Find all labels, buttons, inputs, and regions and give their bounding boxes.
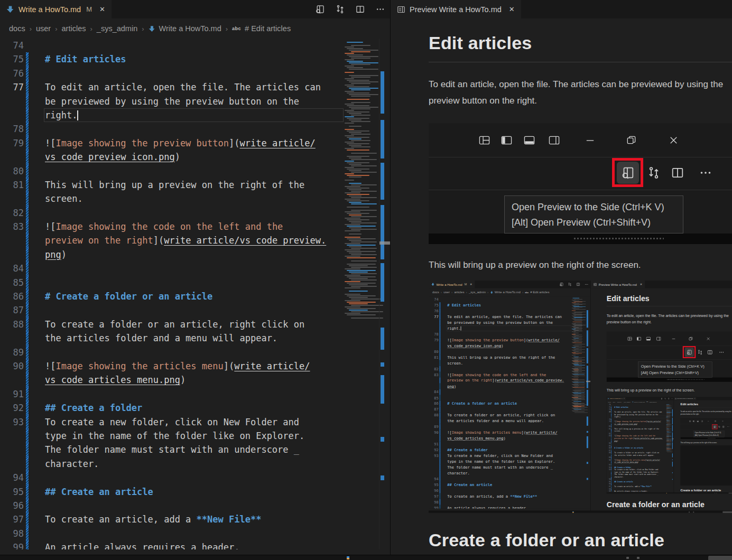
modified-line-indicator [26,95,29,108]
minimap-line [349,94,378,95]
breadcrumb-item[interactable]: _sys_admin [97,24,137,33]
markdown-preview[interactable]: Edit articles To edit an article, open t… [391,18,732,555]
minimap-line [347,67,363,68]
line-text: ## Create an article [45,485,153,499]
code-line[interactable]: vs_code_articles_menu.png) [0,373,390,387]
code-line[interactable]: type in the name of the folder like on E… [0,429,390,443]
line-text: To edit an article, open the file. The a… [45,80,321,94]
line-number: 78 [0,122,24,136]
minimap-line [347,188,369,189]
code-line[interactable]: right. [0,108,390,122]
minimap-line [351,45,370,46]
code-line[interactable]: 94 [0,471,390,484]
code-line[interactable]: 86# Create a folder or an article [0,290,390,303]
code-line[interactable]: 79![Image showing the preview button](wr… [0,136,390,150]
code-line[interactable]: preview on the right](write_article/vs_c… [0,234,390,247]
more-actions-icon[interactable] [376,5,385,14]
open-preview-icon[interactable] [316,5,325,14]
line-text: ![Image showing the preview button](writ… [45,136,316,150]
code-line[interactable]: png) [0,248,390,262]
code-line[interactable]: 77To edit an article, open the file. The… [0,80,390,94]
open-changes-icon[interactable] [336,5,345,14]
minimap-line [351,197,377,198]
breadcrumb-item[interactable]: Write a HowTo.md [159,24,221,33]
screenshot-bottom-strip [429,234,732,244]
symbol-string-icon: abc [232,26,241,31]
customize-layout-icon [479,135,490,146]
breadcrumb-item[interactable]: # Edit articles [245,24,291,33]
tab-preview-write-a-howto[interactable]: Preview Write a HowTo.md ✕ [391,0,521,18]
line-text: The folder name must start with an under… [45,443,299,456]
markdown-file-icon [6,5,14,13]
code-line[interactable]: 84 [0,262,390,275]
code-line[interactable]: 89 [0,346,390,359]
minimap-line [351,134,370,135]
close-tab-icon[interactable]: ✕ [509,5,515,13]
line-number: 95 [0,485,24,499]
minimap-line [345,110,354,111]
code-line[interactable]: 82 [0,206,390,220]
split-editor-icon[interactable] [356,5,365,14]
line-text: preview on the right](write_article/vs_c… [45,234,326,247]
code-line[interactable]: The folder name must start with an under… [0,443,390,456]
minimap-line [351,311,383,312]
breadcrumb[interactable]: docs›user›articles›_sys_admin›Write a Ho… [0,18,390,39]
modified-line-indicator [26,80,29,94]
line-number: 81 [0,178,24,192]
code-line[interactable]: screen. [0,192,390,206]
line-text: vs_code_articles_menu.png) [45,373,186,387]
breadcrumb-item[interactable]: user [36,24,51,33]
line-text: vs_code_preview_icon.png) [45,150,180,164]
minimap-line [349,183,362,184]
code-line[interactable]: 96 [0,499,390,512]
code-line[interactable]: 74 [0,39,390,52]
minimap-line [349,126,362,127]
code-line[interactable]: 75# Edit articles [0,52,390,66]
modified-line-indicator [26,318,29,331]
code-line[interactable]: 76 [0,67,390,80]
code-line[interactable]: 99An article always requires a header. [0,540,390,549]
code-line[interactable]: 95## Create an article [0,485,390,499]
close-tab-icon[interactable]: ✕ [99,5,105,13]
minimap-line [345,78,354,79]
minimap-line [345,192,360,193]
code-line[interactable]: 78 [0,122,390,136]
modified-line-indicator [26,401,29,415]
code-line[interactable]: 88To create a folder or an article, righ… [0,318,390,331]
minimap-line [349,176,362,178]
code-line[interactable]: 97To create an article, add a **New File… [0,512,390,526]
code-line[interactable]: character. [0,457,390,471]
code-lines[interactable]: 7475# Edit articles7677To edit an articl… [0,39,390,549]
minimap[interactable] [344,40,378,325]
code-line[interactable]: 87 [0,303,390,317]
code-line[interactable]: 83![Image showing the code on the left a… [0,220,390,234]
code-line[interactable]: be previewed by using the preview button… [0,95,390,108]
code-line[interactable]: 81This will bring up a preview on the ri… [0,178,390,192]
code-line[interactable]: vs_code_preview_icon.png) [0,150,390,164]
code-line[interactable]: the articles folder and a menu will appe… [0,331,390,345]
line-text: screen. [45,192,83,206]
scrollbar-fragment[interactable] [708,556,732,560]
chevron-right-icon: › [29,25,32,33]
code-line[interactable]: 93To create a new folder, click on New F… [0,415,390,429]
code-line[interactable]: 80 [0,164,390,178]
code-line[interactable]: 90![Image showing the articles menu](wri… [0,359,390,373]
breadcrumb-item[interactable]: articles [62,24,86,33]
minimap-line [347,162,369,163]
code-line[interactable]: 98 [0,527,390,540]
minimap-line [345,104,354,105]
minimap-line [345,123,354,124]
modified-line-indicator [26,192,29,206]
modified-overview-mark [381,263,384,302]
minimap-line [349,50,378,51]
minimap-line [351,254,377,255]
editor-body[interactable]: 7475# Edit articles7677To edit an articl… [0,39,390,549]
modified-line-indicator [26,178,29,192]
tab-write-a-howto[interactable]: Write a HowTo.md M ✕ [0,0,112,18]
modified-line-indicator [26,346,29,359]
code-line[interactable]: 92## Create a folder [0,401,390,415]
code-line[interactable]: 91 [0,387,390,401]
code-line[interactable]: 85 [0,276,390,290]
breadcrumb-item[interactable]: docs [9,24,25,33]
modified-line-indicator [26,387,29,401]
